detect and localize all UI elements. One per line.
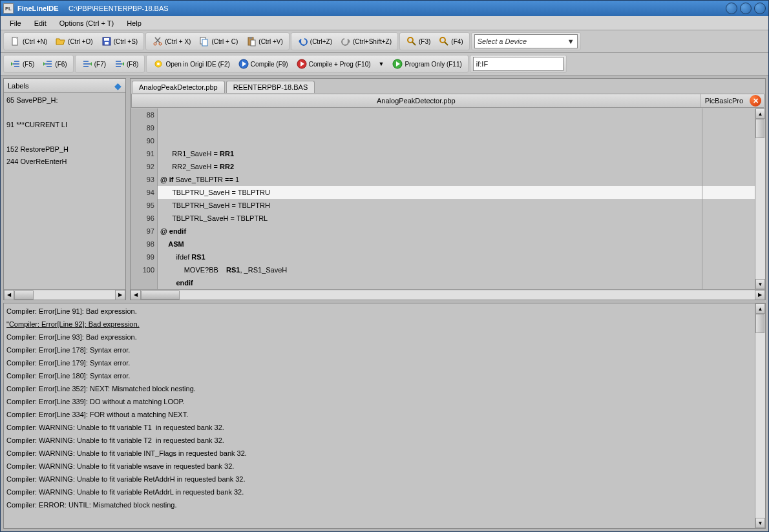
new-button[interactable]: (Ctrl +N) [6, 34, 50, 49]
label-item[interactable]: 91 ***CURRENT LI [6, 119, 123, 131]
code-line[interactable]: RR1_SaveH = RR1 [158, 147, 755, 160]
app-name: FineLineIDE [17, 5, 59, 12]
output-line[interactable]: Compiler: WARNING: Unable to fit variabl… [6, 486, 752, 498]
close-button[interactable] [754, 3, 766, 14]
label-item[interactable]: 244 OverReEnterH [6, 156, 123, 168]
output-vscroll[interactable]: ▲ ▼ [755, 303, 765, 528]
output-line[interactable]: Compiler: WARNING: Unable to fit variabl… [6, 473, 752, 486]
program-only-button[interactable]: Program Only (F11) [388, 56, 465, 72]
svg-point-12 [440, 37, 445, 43]
find-button[interactable]: (F3) [403, 34, 434, 49]
save-button[interactable]: (Ctrl +S) [98, 34, 142, 49]
dropdown-arrow[interactable]: ▼ [375, 56, 388, 72]
output-line[interactable]: Compiler: ERROR: UNTIL: Mismatched block… [6, 498, 752, 511]
scroll-down-icon[interactable]: ▼ [755, 279, 765, 289]
vscroll-thumb[interactable] [755, 314, 764, 333]
label-item[interactable]: 152 RestorePBP_H [6, 143, 123, 156]
vscroll-thumb[interactable] [755, 119, 764, 138]
menu-help[interactable]: Help [120, 17, 148, 29]
tabs-row: AnalogPeakDetector.pbp REENTERPBP-18.BAS [131, 79, 765, 93]
menu-file[interactable]: File [3, 17, 28, 29]
doc-title-row: AnalogPeakDetector.pbp PicBasicPro ✕ [131, 94, 764, 108]
f6-button[interactable]: (F6) [39, 56, 70, 72]
f8-button[interactable]: (F8) [111, 56, 142, 72]
svg-point-11 [408, 37, 413, 43]
compile-prog-button[interactable]: Compile + Prog (F10) [293, 56, 374, 72]
labels-header[interactable]: Labels ◆ [4, 79, 125, 93]
tab-analog[interactable]: AnalogPeakDetector.pbp [132, 81, 225, 93]
output-line[interactable]: Compiler: WARNING: Unable to fit variabl… [6, 460, 752, 473]
app-window: FL FineLineIDE C:\PBP\REENTERPBP-18.BAS … [0, 0, 769, 532]
scroll-right-icon[interactable]: ▶ [115, 290, 125, 300]
scroll-up-icon[interactable]: ▲ [755, 108, 765, 119]
output-line[interactable]: "Compiler: Error[Line 92]: Bad expressio… [6, 318, 752, 331]
find-next-button[interactable]: (F4) [435, 34, 466, 49]
device-select[interactable]: Select a Device ▼ [474, 34, 578, 48]
svg-point-4 [154, 43, 156, 45]
code-line[interactable]: TBLPTRU_SaveH = TBLPTRU [158, 186, 755, 199]
if-box[interactable]: if:IF [473, 57, 564, 71]
output-line[interactable]: Compiler: Error[Line 352]: NEXT: Mismatc… [6, 382, 752, 395]
menu-edit[interactable]: Edit [28, 17, 53, 29]
label-item[interactable] [6, 107, 123, 119]
scroll-left-icon[interactable]: ◀ [4, 290, 14, 300]
undo-button[interactable]: (Ctrl+Z) [294, 34, 335, 49]
label-item[interactable]: 65 SavePBP_H: [6, 94, 123, 107]
editor-vscroll[interactable]: ▲ ▼ [755, 108, 765, 289]
search-next-icon [438, 36, 450, 47]
code-ruler [702, 108, 702, 289]
output-line[interactable]: Compiler: Error[Line 334]: FOR without a… [6, 408, 752, 421]
open-ide-button[interactable]: Open in Origi IDE (F2) [149, 56, 233, 72]
redo-button[interactable]: (Ctrl+Shift+Z) [337, 34, 395, 49]
maximize-button[interactable] [740, 3, 752, 14]
output-line[interactable]: Compiler: Error[Line 180]: Syntax error. [6, 369, 752, 382]
code-line[interactable]: ASM [158, 238, 755, 251]
output-line[interactable]: Compiler: Error[Line 178]: Syntax error. [6, 343, 752, 356]
scroll-left-icon[interactable]: ◀ [131, 290, 141, 300]
output-line[interactable]: Compiler: WARNING: Unable to fit variabl… [6, 434, 752, 447]
f7-button[interactable]: (F7) [78, 56, 109, 72]
close-tab-button[interactable]: ✕ [750, 95, 761, 107]
dropdown-icon: ▼ [567, 37, 574, 45]
code-line[interactable]: ifdef RS1 [158, 251, 755, 263]
scroll-down-icon[interactable]: ▼ [755, 518, 765, 528]
tab-reenter[interactable]: REENTERPBP-18.BAS [226, 81, 315, 93]
labels-hscroll[interactable]: ◀ ▶ [4, 289, 125, 300]
f5-button[interactable]: (F5) [6, 56, 37, 72]
editor-hscroll[interactable]: ◀ ▶ [131, 289, 765, 300]
open-button[interactable]: (Ctrl +O) [52, 34, 96, 49]
compile-button[interactable]: Compile (F9) [235, 56, 291, 72]
output-line[interactable]: Compiler: Error[Line 179]: Syntax error. [6, 356, 752, 369]
code-line[interactable]: MOVE?BB RS1, _RS1_SaveH [158, 263, 755, 276]
output-line[interactable]: Compiler: Error[Line 339]: DO without a … [6, 395, 752, 408]
indent-left-icon [10, 58, 21, 70]
output-line[interactable]: Compiler: Error[Line 91]: Bad expression… [6, 305, 752, 318]
scroll-up-icon[interactable]: ▲ [755, 303, 765, 314]
output-line[interactable]: Compiler: WARNING: Unable to fit variabl… [6, 421, 752, 434]
compiler-output[interactable]: Compiler: Error[Line 91]: Bad expression… [4, 303, 755, 528]
labels-list[interactable]: 65 SavePBP_H:91 ***CURRENT LI152 Restore… [4, 93, 125, 289]
menu-options[interactable]: Options (Ctrl + T) [53, 17, 120, 29]
scroll-right-icon[interactable]: ▶ [755, 290, 765, 300]
paste-button[interactable]: (Ctrl +V) [242, 34, 286, 49]
output-line[interactable]: Compiler: Error[Line 93]: Bad expression… [6, 331, 752, 343]
device-select-label: Select a Device [478, 37, 527, 45]
svg-rect-3 [105, 42, 109, 45]
code-editor[interactable]: RR1_SaveH = RR1 RR2_SaveH = RR2@ if Save… [158, 108, 755, 289]
code-line[interactable]: @ endif [158, 225, 755, 238]
svg-rect-2 [104, 38, 109, 41]
code-line[interactable]: endif [158, 276, 755, 289]
hscroll-thumb[interactable] [141, 291, 180, 300]
code-line[interactable]: TBLPTRH_SaveH = TBLPTRH [158, 199, 755, 212]
code-line[interactable]: @ if Save_TBLPTR == 1 [158, 173, 755, 186]
indent-right2-icon [114, 58, 125, 70]
scroll-thumb[interactable] [14, 291, 34, 300]
copy-button[interactable]: (Ctrl + C) [195, 34, 241, 49]
code-line[interactable]: TBLPTRL_SaveH = TBLPTRL [158, 212, 755, 225]
label-item[interactable] [6, 131, 123, 143]
svg-rect-7 [202, 39, 207, 46]
cut-button[interactable]: (Ctrl + X) [149, 34, 194, 49]
minimize-button[interactable] [726, 3, 737, 14]
output-line[interactable]: Compiler: WARNING: Unable to fit variabl… [6, 447, 752, 460]
code-line[interactable]: RR2_SaveH = RR2 [158, 160, 755, 173]
